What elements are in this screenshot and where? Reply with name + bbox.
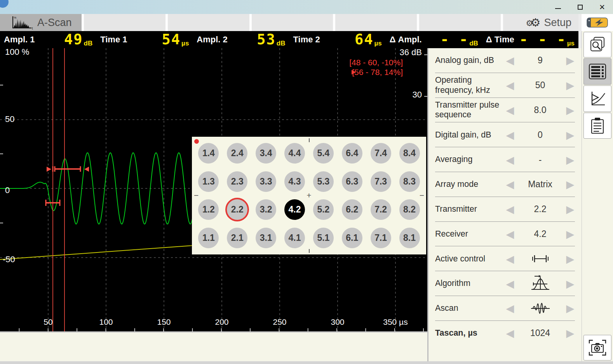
decrease-button[interactable]: ◀ bbox=[504, 179, 516, 190]
matrix-element-button[interactable]: 5.3 bbox=[313, 171, 334, 192]
decrease-button[interactable]: ◀ bbox=[504, 303, 516, 313]
matrix-element-button[interactable]: 3.3 bbox=[256, 171, 276, 192]
tab-empty[interactable] bbox=[84, 14, 165, 31]
matrix-element-button[interactable]: 2.4 bbox=[227, 143, 247, 164]
matrix-element-button[interactable]: 5.1 bbox=[313, 228, 334, 248]
setting-value: 2.2 bbox=[516, 204, 564, 214]
bottom-strip bbox=[0, 333, 427, 361]
decrease-button[interactable]: ◀ bbox=[504, 155, 516, 165]
gain-curve-icon bbox=[589, 90, 606, 107]
matrix-element-button[interactable]: 5.4 bbox=[313, 143, 334, 164]
measurement-label: Time 2 bbox=[293, 35, 320, 45]
close-button[interactable]: ✕ bbox=[597, 2, 607, 12]
icon-sidebar bbox=[582, 31, 613, 361]
increase-button[interactable]: ▶ bbox=[564, 229, 576, 239]
matrix-element-button[interactable]: 1.4 bbox=[198, 143, 219, 164]
matrix-element-button[interactable]: 7.4 bbox=[371, 143, 391, 164]
decrease-button[interactable]: ◀ bbox=[504, 279, 516, 289]
screenshot-camera-button[interactable] bbox=[583, 335, 611, 361]
setting-value: 50 bbox=[516, 80, 564, 91]
decrease-button[interactable]: ◀ bbox=[504, 254, 516, 264]
measurement-label: Δ Time bbox=[486, 35, 514, 45]
increase-button[interactable]: ▶ bbox=[564, 80, 576, 91]
minimize-icon bbox=[555, 8, 561, 9]
tab-label: A-Scan bbox=[37, 17, 72, 29]
app-window: ✕ % t A-Scan ⚙⚙ Setup bbox=[0, 0, 613, 364]
increase-button[interactable]: ▶ bbox=[564, 179, 576, 190]
matrix-element-button[interactable]: 6.2 bbox=[342, 199, 362, 220]
window-controls: ✕ bbox=[553, 0, 607, 14]
axis-label: 0 bbox=[5, 185, 10, 195]
axis-label: -50 bbox=[3, 254, 15, 264]
measurement-value: - - - bbox=[519, 33, 566, 47]
matrix-element-button[interactable]: 7.2 bbox=[371, 199, 391, 220]
matrix-element-button[interactable]: 8.3 bbox=[399, 171, 420, 192]
matrix-element-button[interactable]: 8.1 bbox=[399, 228, 420, 248]
decrease-button[interactable]: ◀ bbox=[504, 229, 516, 239]
decrease-button[interactable]: ◀ bbox=[504, 80, 516, 91]
matrix-element-button[interactable]: 4.4 bbox=[284, 143, 305, 164]
tab-empty[interactable] bbox=[252, 14, 333, 31]
matrix-element-button[interactable]: 5.2 bbox=[313, 199, 334, 220]
matrix-popup: 1.42.43.44.45.46.47.48.41.32.33.34.35.36… bbox=[192, 137, 426, 254]
maximize-button[interactable] bbox=[575, 2, 585, 12]
matrix-element-button[interactable]: 3.1 bbox=[256, 228, 276, 248]
measurement-value: 54 bbox=[162, 33, 181, 47]
increase-button[interactable]: ▶ bbox=[564, 105, 576, 115]
matrix-element-button[interactable]: 1.2 bbox=[198, 199, 219, 220]
setting-label: Array mode bbox=[435, 179, 504, 189]
matrix-element-button[interactable]: 3.2 bbox=[256, 199, 276, 220]
settings-list-button[interactable] bbox=[583, 58, 611, 85]
matrix-element-button[interactable]: 6.3 bbox=[342, 171, 362, 192]
matrix-element-button[interactable]: 6.1 bbox=[342, 228, 362, 248]
matrix-element-button[interactable]: 1.1 bbox=[198, 228, 219, 248]
increase-button[interactable]: ▶ bbox=[564, 328, 576, 338]
measurement-value: - - bbox=[440, 33, 468, 47]
decrease-button[interactable]: ◀ bbox=[504, 105, 516, 115]
setting-label: Averaging bbox=[435, 155, 504, 164]
measurement-ampl1: Ampl. 1 49dB bbox=[0, 31, 96, 48]
matrix-element-button[interactable]: 8.4 bbox=[399, 143, 420, 164]
increase-button[interactable]: ▶ bbox=[564, 55, 576, 66]
matrix-element-button[interactable]: 1.3 bbox=[198, 171, 219, 192]
matrix-element-button[interactable]: 4.1 bbox=[284, 228, 305, 248]
decrease-button[interactable]: ◀ bbox=[504, 204, 516, 214]
search-results-button[interactable] bbox=[583, 32, 611, 57]
matrix-element-button[interactable]: 4.3 bbox=[284, 171, 305, 192]
increase-button[interactable]: ▶ bbox=[564, 279, 576, 289]
matrix-element-button[interactable]: 2.3 bbox=[227, 171, 247, 192]
measurement-ampl2: Ampl. 2 53dB bbox=[193, 31, 289, 48]
decrease-button[interactable]: ◀ bbox=[504, 55, 516, 66]
axis-label: 150 bbox=[157, 317, 171, 326]
matrix-element-button[interactable]: 2.2 bbox=[227, 199, 247, 220]
matrix-element-button[interactable]: 7.1 bbox=[371, 228, 391, 248]
increase-button[interactable]: ▶ bbox=[564, 155, 576, 165]
matrix-element-button[interactable]: 2.1 bbox=[227, 228, 247, 248]
decrease-button[interactable]: ◀ bbox=[504, 130, 516, 140]
matrix-element-button[interactable]: 7.3 bbox=[371, 171, 391, 192]
matrix-center-marker: + bbox=[306, 191, 311, 199]
tab-a-scan[interactable]: % t A-Scan bbox=[0, 14, 82, 31]
measurement-label: Δ Ampl. bbox=[390, 35, 422, 45]
matrix-element-button[interactable]: 6.4 bbox=[342, 143, 362, 164]
tab-empty[interactable] bbox=[419, 14, 501, 31]
minimize-button[interactable] bbox=[553, 2, 562, 12]
increase-button[interactable]: ▶ bbox=[564, 254, 576, 264]
report-clipboard-button[interactable] bbox=[583, 113, 611, 139]
increase-button[interactable]: ▶ bbox=[564, 303, 576, 313]
increase-button[interactable]: ▶ bbox=[564, 130, 576, 140]
setting-value: 8.0 bbox=[516, 105, 564, 115]
gain-curve-button[interactable] bbox=[583, 85, 611, 112]
x-axis-labels: 50 100 150 200 250 300 350 µs bbox=[44, 317, 408, 326]
matrix-element-button[interactable]: 3.4 bbox=[256, 143, 276, 164]
tab-empty[interactable] bbox=[168, 14, 249, 31]
app-logo-icon bbox=[0, 0, 9, 8]
setting-label: Algorithm bbox=[435, 279, 504, 288]
setting-value: 9 bbox=[516, 55, 564, 66]
decrease-button[interactable]: ◀ bbox=[504, 328, 516, 338]
tab-empty[interactable] bbox=[335, 14, 417, 31]
increase-button[interactable]: ▶ bbox=[564, 204, 576, 214]
matrix-element-button[interactable]: 8.2 bbox=[399, 199, 420, 220]
tab-setup[interactable]: ⚙⚙ Setup bbox=[503, 14, 578, 31]
matrix-element-button[interactable]: 4.2 bbox=[284, 199, 305, 220]
